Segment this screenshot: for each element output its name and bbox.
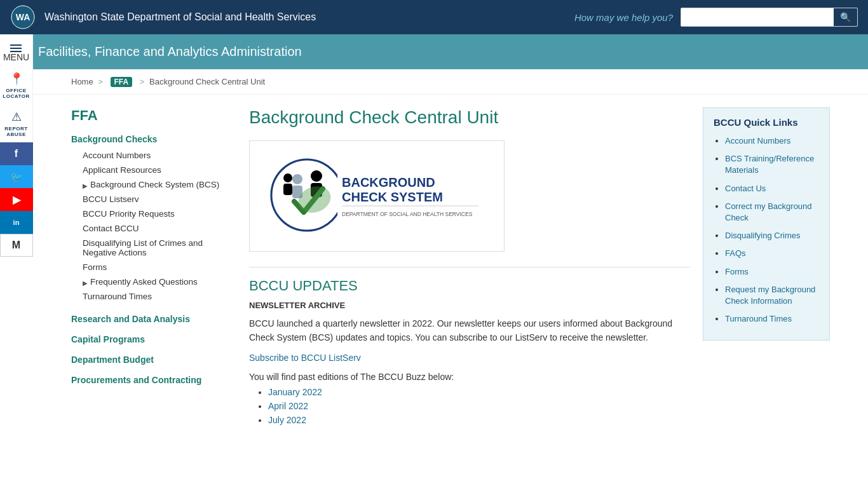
main-wrapper: Home > FFA > Background Check Central Un… [33,69,868,488]
office-locator-label: OFFICELOCATOR [3,88,29,99]
archive-item-jan-2022: January 2022 [268,387,690,397]
breadcrumb-home[interactable]: Home [71,77,93,86]
breadcrumb-current: Background Check Central Unit [149,77,265,86]
nav-item-account-numbers: Account Numbers [71,148,236,163]
wa-state-logo: WA [10,4,36,30]
ql-contact-us: Contact Us [725,183,819,194]
left-nav: FFA Background Checks Account Numbers Ap… [71,107,236,429]
subscribe-link[interactable]: Subscribe to BCCU ListServ [249,353,361,363]
nav-item-contact-bccu: Contact BCCU [71,221,236,236]
left-nav-top-links: Research and Data Analysis Capital Progr… [71,309,236,390]
office-locator-icon: 📍 [9,71,24,86]
nav-procurements[interactable]: Procurements and Contracting [71,370,236,390]
ql-forms: Forms [725,266,819,278]
svg-point-6 [311,170,322,182]
bcs-arrow-icon: ▶ [83,182,88,189]
sidebar-icons: MENU 📍 OFFICELOCATOR ⚠ REPORTABUSE f 🐦 ▶… [0,34,33,257]
facebook-button[interactable]: f [0,142,33,165]
nav-research-data[interactable]: Research and Data Analysis [71,309,236,329]
breadcrumb: Home > FFA > Background Check Central Un… [33,69,868,95]
nav-capital-programs[interactable]: Capital Programs [71,329,236,349]
right-sidebar: BCCU Quick Links Account Numbers BCS Tra… [703,107,830,429]
archive-item-apr-2022: April 2022 [268,401,690,411]
nav-item-forms: Forms [71,260,236,274]
top-bar: WA Washington State Department of Social… [0,0,868,34]
office-locator-button[interactable]: 📍 OFFICELOCATOR [0,66,33,104]
sub-header: Facilities, Finance and Analytics Admini… [0,34,868,69]
bccu-updates-title: BCCU UPDATES [249,267,690,294]
quick-links-title: BCCU Quick Links [714,117,819,128]
archive-list: January 2022 April 2022 July 2022 [249,387,690,425]
nav-item-applicant-resources: Applicant Resources [71,163,236,177]
svg-point-8 [283,173,292,182]
bcs-logo: BACKGROUND CHECK SYSTEM DEPARTMENT OF SO… [262,154,491,236]
newsletter-label: NEWSLETTER ARCHIVE [249,301,690,310]
nav-item-disqualifying: Disqualifying List of Crimes and Negativ… [71,236,236,260]
menu-label: MENU [3,52,29,62]
ql-turnaround-times: Turnaround Times [725,313,819,325]
ql-bcs-training: BCS Training/Reference Materials [725,153,819,176]
search-box: 🔍 [681,8,858,27]
svg-text:WA: WA [16,12,31,22]
menu-button[interactable]: MENU [1,38,32,66]
medium-button[interactable]: M [0,234,33,257]
breadcrumb-sep-1: > [98,77,103,86]
newsletter-desc: BCCU launched a quarterly newsletter in … [249,316,690,345]
site-title: Washington State Department of Social an… [44,11,574,23]
sub-header-title: Facilities, Finance and Analytics Admini… [38,44,302,58]
ql-request-bg-check: Request my Background Check Information [725,284,819,307]
help-text: How may we help you? [574,12,673,23]
quick-links-list: Account Numbers BCS Training/Reference M… [714,135,819,325]
ql-faqs: FAQs [725,248,819,259]
svg-text:DEPARTMENT OF SOCIAL AND HEALT: DEPARTMENT OF SOCIAL AND HEALTH SERVICES [342,211,473,217]
nav-item-faq: ▶ Frequently Asked Questions [71,274,236,289]
nav-item-turnaround: Turnaround Times [71,289,236,304]
svg-text:BACKGROUND: BACKGROUND [342,175,435,189]
twitter-button[interactable]: 🐦 [0,165,33,188]
report-abuse-icon: ⚠ [9,109,24,125]
youtube-button[interactable]: ▶ [0,188,33,211]
quick-links-box: BCCU Quick Links Account Numbers BCS Tra… [703,107,830,341]
ql-disqualifying-crimes: Disqualifying Crimes [725,230,819,241]
report-abuse-button[interactable]: ⚠ REPORTABUSE [0,104,33,142]
svg-text:CHECK SYSTEM: CHECK SYSTEM [342,190,443,204]
bcs-logo-container: BACKGROUND CHECK SYSTEM DEPARTMENT OF SO… [249,140,505,252]
breadcrumb-sep-2: > [140,77,145,86]
content-layout: FFA Background Checks Account Numbers Ap… [33,95,868,442]
nav-items-list: Account Numbers Applicant Resources ▶ Ba… [71,148,236,304]
hamburger-icon [10,44,22,52]
past-editions-text: You will find past editions of The BCCU … [249,372,690,382]
nav-item-bccu-listserv: BCCU Listserv [71,192,236,207]
search-input[interactable] [681,10,834,25]
left-nav-section-title: FFA [71,107,236,124]
svg-rect-9 [283,184,292,195]
ql-correct-bg-check: Correct my Background Check [725,201,819,224]
ql-account-numbers: Account Numbers [725,135,819,147]
faq-arrow-icon: ▶ [83,280,88,287]
nav-department-budget[interactable]: Department Budget [71,349,236,370]
archive-item-jul-2022: July 2022 [268,415,690,425]
svg-point-4 [292,174,302,184]
main-content: Background Check Central Unit [249,107,690,429]
search-button[interactable]: 🔍 [834,8,857,26]
report-abuse-label: REPORTABUSE [4,126,27,137]
nav-background-checks[interactable]: Background Checks [71,130,236,148]
linkedin-button[interactable]: in [0,211,33,234]
nav-item-bccu-priority: BCCU Priority Requests [71,207,236,221]
page-title: Background Check Central Unit [249,107,690,128]
breadcrumb-ffa[interactable]: FFA [111,77,133,87]
nav-item-bcs: ▶ Background Check System (BCS) [71,177,236,192]
